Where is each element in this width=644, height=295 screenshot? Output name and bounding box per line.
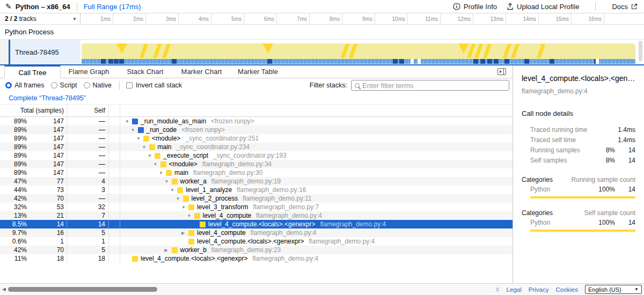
table-row[interactable]: 89%147—▼_run_module_as_main<frozen runpy… bbox=[0, 117, 513, 126]
expand-open-icon[interactable]: ▼ bbox=[142, 145, 149, 150]
function-name: worker_b bbox=[180, 246, 207, 254]
self-cell: 18 bbox=[67, 254, 109, 263]
expand-open-icon[interactable]: ▼ bbox=[131, 128, 138, 132]
radio-label-native[interactable]: Native bbox=[93, 82, 112, 89]
function-location: flamegraph_demo.py:11 bbox=[243, 195, 312, 202]
total-column-header[interactable]: Total (samples) bbox=[0, 105, 67, 116]
expand-open-icon[interactable]: ▼ bbox=[170, 188, 177, 193]
docs-link[interactable]: Docs bbox=[612, 3, 638, 11]
profile-title[interactable]: Python – x86_64 bbox=[16, 3, 70, 11]
expand-open-icon[interactable]: ▼ bbox=[165, 179, 172, 184]
category-yellow-icon bbox=[172, 179, 178, 185]
invert-call-stack-label[interactable]: Invert call stack bbox=[136, 82, 182, 89]
expand-open-icon[interactable]: ▼ bbox=[148, 153, 155, 158]
spacer-cell bbox=[109, 126, 120, 134]
detail-label: Traced self time bbox=[522, 136, 595, 144]
edit-profile-name-icon[interactable]: ✎ bbox=[5, 2, 12, 11]
footer-link-cookies[interactable]: Cookies bbox=[555, 286, 578, 293]
radio-native[interactable] bbox=[84, 82, 90, 88]
ruler-tick-label: 11ms bbox=[408, 13, 441, 24]
invert-call-stack-checkbox[interactable] bbox=[126, 82, 133, 88]
thread-activity-graph[interactable] bbox=[80, 40, 644, 64]
expand-open-icon[interactable]: ▼ bbox=[187, 213, 194, 218]
language-select[interactable]: English (US) ▼ bbox=[585, 285, 642, 294]
expand-open-icon[interactable]: ▼ bbox=[153, 162, 160, 167]
expand-open-icon[interactable]: ▼ bbox=[176, 196, 183, 201]
full-range-button[interactable]: Full Range (17ms) bbox=[84, 3, 141, 11]
horizontal-scrollbar-thumb[interactable] bbox=[8, 287, 157, 292]
table-row[interactable]: 11%1818level_4_compute.<locals>.<genexpr… bbox=[0, 254, 513, 263]
self-column-header[interactable]: Self bbox=[67, 105, 109, 116]
category-yellow-icon bbox=[166, 170, 172, 176]
table-row[interactable]: 89%147—▼_execute_script_sync_coordinator… bbox=[0, 151, 513, 160]
selected-node-title: level_4_compute.<locals>.<genexpr> bbox=[522, 74, 635, 83]
dismiss-footer-button[interactable]: X bbox=[495, 286, 500, 293]
detail-label: Running samples bbox=[522, 146, 595, 154]
table-row[interactable]: 0.6%11level_4_compute.<locals>.<genexpr>… bbox=[0, 237, 513, 246]
tree-cell: ▼_run_code<frozen runpy> bbox=[120, 126, 513, 134]
table-row[interactable]: 9.7%165▶level_4_computeflamegraph_demo.p… bbox=[0, 228, 513, 237]
tab-call-tree[interactable]: Call Tree bbox=[4, 65, 61, 78]
table-row[interactable]: 42%705▶worker_bflamegraph_demo.py:23 bbox=[0, 246, 513, 254]
table-row[interactable]: 8.5%1414level_4_compute.<locals>.<genexp… bbox=[0, 220, 513, 228]
breadcrumb-complete-thread[interactable]: Complete “Thread-78495” bbox=[9, 94, 86, 102]
radio-all-frames[interactable] bbox=[5, 82, 12, 88]
ruler-tick-label: 4ms bbox=[179, 13, 211, 24]
filter-search-box[interactable] bbox=[351, 80, 509, 91]
table-row[interactable]: 13%217▼level_4_computeflamegraph_demo.py… bbox=[0, 211, 513, 220]
spacer-cell bbox=[109, 237, 120, 246]
expand-open-icon[interactable]: ▼ bbox=[181, 205, 188, 210]
table-row[interactable]: 32%5332▼level_3_transformflamegraph_demo… bbox=[0, 203, 513, 211]
function-name: level_4_compute.<locals>.<genexpr> bbox=[197, 238, 304, 245]
thread-track[interactable]: Thread-78495 bbox=[0, 40, 644, 64]
scroll-left-arrow-icon[interactable]: ◀ bbox=[2, 286, 6, 292]
table-row[interactable]: 44%733▼level_1_analyzeflamegraph_demo.py… bbox=[0, 186, 513, 194]
table-row[interactable]: 89%147—▼main_sync_coordinator.py:234 bbox=[0, 143, 513, 151]
expand-closed-icon[interactable]: ▶ bbox=[181, 231, 188, 235]
profile-info-button[interactable]: Profile Info bbox=[453, 3, 497, 11]
category-heading-row: CategoriesRunning sample count bbox=[522, 176, 635, 183]
total-samples: 147 bbox=[27, 143, 67, 151]
total-percent: 42% bbox=[0, 195, 27, 202]
radio-script[interactable] bbox=[51, 82, 57, 88]
tracks-dropdown[interactable]: 2 / 2 tracks ▼ bbox=[0, 13, 80, 24]
total-cell: 89%147 bbox=[0, 143, 67, 151]
expand-closed-icon[interactable]: ▶ bbox=[165, 248, 172, 253]
tree-cell: level_4_compute.<locals>.<genexpr>flameg… bbox=[120, 254, 513, 263]
radio-label-script[interactable]: Script bbox=[60, 82, 77, 89]
radio-label-all-frames[interactable]: All frames bbox=[14, 82, 45, 89]
table-row[interactable]: 89%147—▼mainflamegraph_demo.py:30 bbox=[0, 168, 513, 177]
thread-track-label[interactable]: Thread-78495 bbox=[10, 40, 80, 64]
table-row[interactable]: 89%147—▼<module>_sync_coordinator.py:251 bbox=[0, 134, 513, 143]
tab-flame-graph[interactable]: Flame Graph bbox=[61, 65, 117, 78]
sidebar-toggle-button[interactable] bbox=[497, 68, 506, 75]
horizontal-scrollbar[interactable]: ◀ bbox=[0, 284, 513, 295]
expand-open-icon[interactable]: ▼ bbox=[125, 119, 132, 124]
activity-graph-svg bbox=[82, 43, 635, 64]
tab-marker-chart[interactable]: Marker Chart bbox=[173, 65, 230, 78]
footer-link-privacy[interactable]: Privacy bbox=[529, 286, 549, 293]
table-row[interactable]: 42%70—▼level_2_processflamegraph_demo.py… bbox=[0, 194, 513, 203]
sidebar-toggle-icon bbox=[497, 68, 506, 75]
detail-value: 1.4ms bbox=[615, 136, 635, 144]
expand-open-icon[interactable]: ▼ bbox=[159, 171, 166, 175]
vertical-scrollbar-thumb[interactable] bbox=[639, 41, 642, 61]
upload-profile-button[interactable]: Upload Local Profile bbox=[507, 3, 579, 11]
expand-open-icon[interactable]: ▼ bbox=[136, 136, 143, 141]
tab-stack-chart[interactable]: Stack Chart bbox=[117, 65, 173, 78]
category-yellow-icon bbox=[172, 247, 178, 253]
table-row[interactable]: 89%147—▼_run_code<frozen runpy> bbox=[0, 126, 513, 134]
selected-node-location: flamegraph_demo.py:4 bbox=[522, 87, 635, 95]
table-row[interactable]: 47%774▼worker_aflamegraph_demo.py:19 bbox=[0, 177, 513, 186]
table-row[interactable]: 89%147—▼<module>flamegraph_demo.py:34 bbox=[0, 160, 513, 168]
function-location: _sync_coordinator.py:234 bbox=[177, 143, 250, 151]
filter-input[interactable] bbox=[362, 82, 506, 90]
total-samples: 147 bbox=[27, 135, 67, 142]
footer-link-legal[interactable]: Legal bbox=[507, 286, 522, 293]
total-samples: 16 bbox=[27, 229, 67, 237]
tab-marker-table[interactable]: Marker Table bbox=[230, 65, 286, 78]
time-ruler[interactable]: 1ms2ms3ms4ms5ms6ms7ms8ms9ms10ms11ms12ms1… bbox=[80, 13, 644, 24]
process-track-header[interactable]: Python Process bbox=[0, 25, 644, 40]
tree-cell: ▼level_3_transformflamegraph_demo.py:7 bbox=[120, 203, 513, 211]
category-yellow-icon bbox=[149, 144, 155, 150]
